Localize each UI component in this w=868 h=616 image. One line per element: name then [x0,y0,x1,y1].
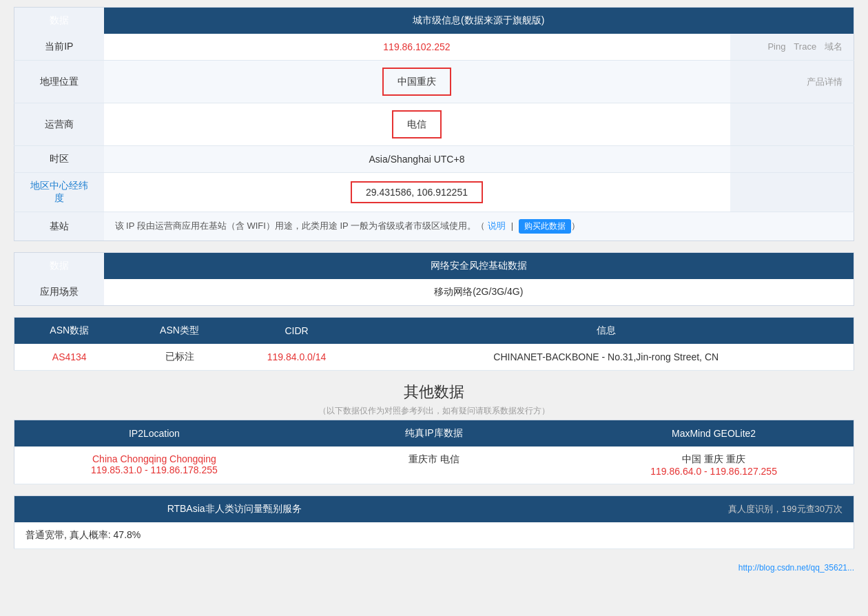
buy-data-link[interactable]: 购买此数据 [519,219,571,234]
row-base-station: 基站 该 IP 段由运营商应用在基站（含 WIFI）用途，此类用途 IP 一般为… [14,212,854,241]
ip2location-range: 119.85.31.0 - 119.86.178.255 [25,464,283,475]
col-ip2location: China Chongqing Chongqing 119.85.31.0 - … [14,446,294,484]
ip2location-city: China Chongqing Chongqing [25,453,283,464]
isp-name: 电信 [407,116,426,133]
rtb-purchase-link[interactable]: 真人度识别，199元查30万次 [728,504,843,514]
table1-header-col1: 数据 [14,8,104,34]
row-geo-location: 地理位置 中国重庆 产品详情 [14,61,854,103]
value-timezone: Asia/Shanghai UTC+8 [104,146,730,173]
compare-table: IP2Location 纯真IP库数据 MaxMind GEOLite2 Chi… [14,420,854,484]
row-current-ip: 当前IP 119.86.102.252 Ping Trace 域名 [14,34,854,61]
asn-header-cidr: CIDR [235,318,359,345]
geo-country-city: 中国重庆 [397,73,436,90]
value-isp: 电信 [104,103,730,146]
asn-header-info: 信息 [359,318,854,345]
other-data-title: 其他数据 [14,382,854,402]
maxmind-range: 119.86.64.0 - 119.86.127.255 [585,466,843,477]
compare-header-ip2location: IP2Location [14,420,294,447]
actions-geo: 产品详情 [730,61,854,103]
footer-bar: http://blog.csdn.net/qq_35621... [14,560,854,575]
city-info-table: 数据 城市级信息(数据来源于旗舰版) 当前IP 119.86.102.252 P… [14,7,854,241]
row-timezone: 时区 Asia/Shanghai UTC+8 [14,146,854,173]
domain-link[interactable]: 域名 [825,41,843,52]
value-coordinates: 29.431586, 106.912251 [104,173,730,212]
maxmind-city: 中国 重庆 重庆 [585,453,843,466]
other-data-subtitle: （以下数据仅作为对照参考列出，如有疑问请联系数据发行方） [14,405,854,417]
cidr-link[interactable]: 119.84.0.0/14 [267,351,327,362]
value-current-ip: 119.86.102.252 [104,34,730,61]
security-table: 数据 网络安全风控基础数据 应用场景 移动网络(2G/3G/4G) [14,252,854,306]
asn-type: 已标注 [125,344,235,371]
compare-header-chunzhen: 纯真IP库数据 [294,420,574,447]
product-detail-link[interactable]: 产品详情 [807,76,843,87]
asn-number: AS4134 [14,344,125,371]
label-base-station: 基站 [14,212,104,241]
coord-box: 29.431586, 106.912251 [351,181,483,203]
trace-link[interactable]: Trace [794,41,816,52]
label-geo-location: 地理位置 [14,61,104,103]
actions-coordinates [730,173,854,212]
compare-row: China Chongqing Chongqing 119.85.31.0 - … [14,446,854,484]
label-timezone: 时区 [14,146,104,173]
rtb-header-left: RTBAsia非人类访问量甄别服务 [14,496,455,523]
table2-header-col2: 网络安全风控基础数据 [104,253,854,280]
maxmind-range-link[interactable]: 119.86.64.0 - 119.86.127.255 [650,466,777,477]
ping-link[interactable]: Ping [767,41,785,52]
rtb-row: 普通宽带, 真人概率: 47.8% [14,522,854,549]
value-base-station: 该 IP 段由运营商应用在基站（含 WIFI）用途，此类用途 IP 一般为省级或… [104,212,854,241]
col-maxmind: 中国 重庆 重庆 119.86.64.0 - 119.86.127.255 [574,446,854,484]
row-app-scenario: 应用场景 移动网络(2G/3G/4G) [14,279,854,306]
explain-link[interactable]: 说明 [488,220,506,231]
label-isp: 运营商 [14,103,104,146]
actions-current-ip: Ping Trace 域名 [730,34,854,61]
other-data-heading: 其他数据 （以下数据仅作为对照参考列出，如有疑问请联系数据发行方） [14,382,854,417]
ip2location-range-link[interactable]: 119.85.31.0 - 119.86.178.255 [91,464,218,475]
rtb-header-right: 真人度识别，199元查30万次 [454,496,854,523]
value-app-scenario: 移动网络(2G/3G/4G) [104,279,854,306]
ip2location-city-link[interactable]: China Chongqing Chongqing [92,453,216,464]
actions-isp [730,103,854,146]
ip-address-link[interactable]: 119.86.102.252 [383,41,450,52]
footer-right: http://blog.csdn.net/qq_35621... [738,563,854,573]
asn-table: ASN数据 ASN类型 CIDR 信息 AS4134 已标注 119.84.0.… [14,317,854,371]
asn-header-asn: ASN数据 [14,318,125,345]
table1-header-col2: 城市级信息(数据来源于旗舰版) [104,8,854,34]
table2-header-col1: 数据 [14,253,104,280]
row-coordinates: 地区中心经纬度 29.431586, 106.912251 [14,173,854,212]
asn-link[interactable]: AS4134 [52,351,87,362]
asn-cidr: 119.84.0.0/14 [235,344,359,371]
col-chunzhen: 重庆市 电信 [294,446,574,484]
rtb-table: RTBAsia非人类访问量甄别服务 真人度识别，199元查30万次 普通宽带, … [14,495,854,549]
asn-info: CHINANET-BACKBONE - No.31,Jin-rong Stree… [359,344,854,371]
compare-header-maxmind: MaxMind GEOLite2 [574,420,854,447]
geo-box: 中国重庆 [382,68,451,96]
label-current-ip: 当前IP [14,34,104,61]
asn-header-type: ASN类型 [125,318,235,345]
value-geo-location: 中国重庆 [104,61,730,103]
coord-value: 29.431586, 106.912251 [366,187,468,198]
rtb-value: 普通宽带, 真人概率: 47.8% [14,522,854,549]
label-app-scenario: 应用场景 [14,279,104,306]
asn-row: AS4134 已标注 119.84.0.0/14 CHINANET-BACKBO… [14,344,854,371]
row-isp: 运营商 电信 [14,103,854,146]
actions-timezone [730,146,854,173]
isp-box: 电信 [392,110,442,138]
label-coordinates: 地区中心经纬度 [14,173,104,212]
